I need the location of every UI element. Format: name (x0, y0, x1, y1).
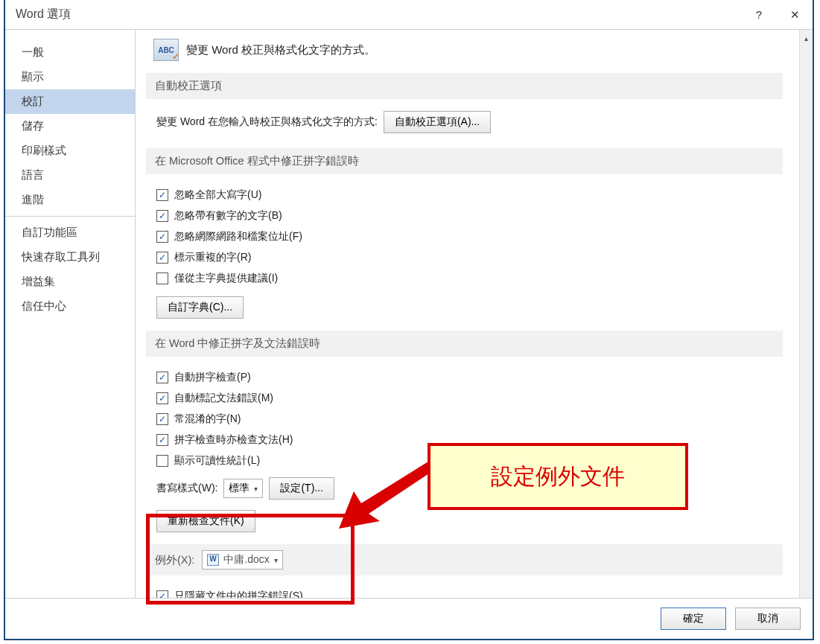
chk-ignore-urls-label: 忽略網際網路和檔案位址(F) (174, 230, 302, 243)
sidebar-item-customize-ribbon[interactable]: 自訂功能區 (5, 220, 135, 245)
chk-auto-spell-label: 自動拼字檢查(P) (174, 371, 251, 384)
chk-hide-spell-errors[interactable] (156, 590, 168, 598)
help-button[interactable]: ? (741, 0, 777, 29)
sidebar: 一般 顯示 校訂 儲存 印刷樣式 語言 進階 自訂功能區 快速存取工具列 增益集… (5, 30, 136, 598)
chk-auto-spell-row: 自動拼字檢查(P) (146, 367, 783, 388)
chk-grammar-with-spell-label: 拼字檢查時亦檢查文法(H) (174, 433, 293, 447)
chk-flag-repeated[interactable] (156, 252, 168, 264)
section-word-spell-title: 在 Word 中修正拼字及文法錯誤時 (146, 331, 783, 357)
exceptions-document-value: 中庸.docx (223, 553, 269, 567)
chk-ignore-uppercase[interactable] (156, 189, 168, 201)
chk-confused-words[interactable] (156, 413, 168, 425)
chevron-down-icon: ▾ (254, 485, 258, 493)
writing-style-dropdown[interactable]: 標準 ▾ (223, 479, 263, 498)
section-autocorrect-title: 自動校正選項 (146, 73, 783, 99)
chk-confused-words-label: 常混淆的字(N) (174, 412, 241, 426)
chk-ignore-numbers-row: 忽略帶有數字的文字(B) (146, 205, 783, 226)
autocorrect-row: 變更 Word 在您輸入時校正與格式化文字的方式: 自動校正選項(A)... (146, 109, 783, 135)
chk-ignore-numbers[interactable] (156, 210, 168, 222)
dialog-body: 一般 顯示 校訂 儲存 印刷樣式 語言 進階 自訂功能區 快速存取工具列 增益集… (5, 30, 813, 598)
recheck-document-button[interactable]: 重新檢查文件(K) (156, 510, 255, 532)
chk-hide-spell-errors-row: 只隱藏文件中的拼字錯誤(S) (146, 586, 783, 598)
sidebar-item-display[interactable]: 顯示 (5, 65, 135, 89)
chk-main-dict-only-row: 僅從主字典提供建議(I) (146, 268, 783, 289)
chk-confused-words-row: 常混淆的字(N) (146, 409, 783, 430)
chk-hide-spell-errors-label: 只隱藏文件中的拼字錯誤(S) (174, 590, 303, 598)
sidebar-item-general[interactable]: 一般 (5, 40, 135, 65)
sidebar-item-save[interactable]: 儲存 (5, 114, 135, 138)
sidebar-separator (5, 216, 135, 217)
ok-button[interactable]: 確定 (661, 608, 726, 630)
sidebar-item-addins[interactable]: 增益集 (5, 270, 135, 294)
sidebar-item-trust-center[interactable]: 信任中心 (5, 294, 135, 319)
dialog-title: Word 選項 (16, 7, 71, 22)
chk-auto-grammar-row: 自動標記文法錯誤(M) (146, 388, 783, 409)
page-description: 變更 Word 校正與格式化文字的方式。 (186, 43, 375, 57)
chk-auto-spell[interactable] (156, 372, 168, 383)
scroll-area: ABC 變更 Word 校正與格式化文字的方式。 自動校正選項 變更 Word … (136, 30, 798, 598)
page-header: ABC 變更 Word 校正與格式化文字的方式。 (146, 37, 783, 68)
dialog-window: Word 選項 ? ✕ 一般 顯示 校訂 儲存 印刷樣式 語言 進階 自訂功能區… (4, 0, 814, 640)
chk-grammar-with-spell[interactable] (156, 434, 168, 446)
chk-readability-row: 顯示可讀性統計(L) (146, 450, 783, 471)
sidebar-item-advanced[interactable]: 進階 (5, 188, 135, 212)
chk-ignore-urls-row: 忽略網際網路和檔案位址(F) (146, 226, 783, 247)
sidebar-item-typography[interactable]: 印刷樣式 (5, 138, 135, 163)
close-button[interactable]: ✕ (777, 0, 813, 29)
titlebar: Word 選項 ? ✕ (5, 0, 813, 30)
scroll-up-icon[interactable]: ▴ (801, 32, 811, 44)
settings-button[interactable]: 設定(T)... (269, 477, 334, 500)
section-office-spell-title: 在 Microsoft Office 程式中修正拼字錯誤時 (146, 148, 783, 174)
document-icon (207, 554, 219, 566)
chk-ignore-urls[interactable] (156, 231, 168, 243)
chk-auto-grammar-label: 自動標記文法錯誤(M) (174, 392, 273, 405)
chk-ignore-numbers-label: 忽略帶有數字的文字(B) (174, 209, 282, 223)
exceptions-label: 例外(X): (155, 553, 194, 567)
writing-style-label: 書寫樣式(W): (156, 482, 217, 495)
chk-flag-repeated-label: 標示重複的字(R) (174, 251, 251, 264)
main-panel: ABC 變更 Word 校正與格式化文字的方式。 自動校正選項 變更 Word … (136, 30, 813, 598)
writing-style-row: 書寫樣式(W): 標準 ▾ 設定(T)... (146, 476, 783, 501)
sidebar-item-proofing[interactable]: 校訂 (5, 89, 135, 114)
custom-dictionaries-button[interactable]: 自訂字典(C)... (156, 296, 244, 319)
chk-ignore-uppercase-row: 忽略全部大寫字(U) (146, 185, 783, 205)
sidebar-item-language[interactable]: 語言 (5, 163, 135, 188)
chk-readability-label: 顯示可讀性統計(L) (174, 454, 260, 468)
cancel-button[interactable]: 取消 (735, 608, 801, 630)
exceptions-document-dropdown[interactable]: 中庸.docx ▾ (202, 550, 282, 570)
vertical-scrollbar[interactable]: ▴ (799, 30, 813, 598)
chk-main-dict-only[interactable] (156, 272, 168, 284)
custom-dict-row: 自訂字典(C)... (146, 295, 783, 320)
chk-ignore-uppercase-label: 忽略全部大寫字(U) (174, 188, 261, 202)
chk-flag-repeated-row: 標示重複的字(R) (146, 247, 783, 268)
recheck-row: 重新檢查文件(K) (146, 508, 783, 534)
writing-style-value: 標準 (229, 482, 250, 495)
section-exceptions-head: 例外(X): 中庸.docx ▾ (146, 544, 783, 576)
titlebar-actions: ? ✕ (741, 0, 813, 29)
sidebar-item-quick-access[interactable]: 快速存取工具列 (5, 245, 135, 270)
dialog-footer: 確定 取消 (5, 598, 813, 639)
autocorrect-label: 變更 Word 在您輸入時校正與格式化文字的方式: (156, 115, 378, 129)
chk-auto-grammar[interactable] (156, 392, 168, 404)
chevron-down-icon: ▾ (274, 556, 278, 564)
autocorrect-options-button[interactable]: 自動校正選項(A)... (384, 111, 491, 133)
chk-grammar-with-spell-row: 拼字檢查時亦檢查文法(H) (146, 430, 783, 450)
proofing-icon: ABC (153, 39, 179, 61)
chk-main-dict-only-label: 僅從主字典提供建議(I) (174, 272, 278, 285)
chk-readability[interactable] (156, 455, 168, 467)
